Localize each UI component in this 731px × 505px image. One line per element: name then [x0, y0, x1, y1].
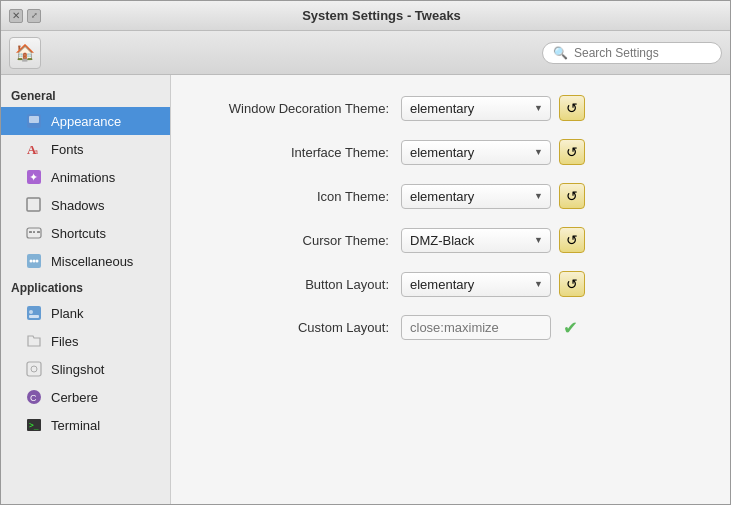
window-decoration-label: Window Decoration Theme: [201, 101, 401, 116]
sidebar-item-files[interactable]: Files [1, 327, 170, 355]
cursor-theme-select[interactable]: DMZ-Black default other [401, 228, 551, 253]
svg-rect-6 [27, 198, 40, 211]
slingshot-label: Slingshot [51, 362, 104, 377]
search-icon: 🔍 [553, 46, 568, 60]
home-icon: 🏠 [15, 43, 35, 62]
window-decoration-controls: elementary default other ↺ [401, 95, 585, 121]
sidebar-item-cerbere[interactable]: C Cerbere [1, 383, 170, 411]
reset-icon-5: ↺ [566, 276, 578, 292]
interface-theme-row: Interface Theme: elementary default othe… [201, 139, 700, 165]
svg-rect-1 [29, 116, 39, 123]
button-layout-controls: elementary default other ↺ [401, 271, 585, 297]
close-button[interactable]: ✕ [9, 9, 23, 23]
cursor-theme-controls: DMZ-Black default other ↺ [401, 227, 585, 253]
sidebar-item-appearance[interactable]: Appearance [1, 107, 170, 135]
cursor-theme-dropdown-wrap: DMZ-Black default other [401, 228, 551, 253]
custom-layout-controls: ✔ [401, 315, 578, 340]
svg-rect-10 [37, 231, 40, 233]
appearance-label: Appearance [51, 114, 121, 129]
window-decoration-row: Window Decoration Theme: elementary defa… [201, 95, 700, 121]
icon-theme-label: Icon Theme: [201, 189, 401, 204]
sidebar-item-terminal[interactable]: >_ Terminal [1, 411, 170, 439]
button-layout-select[interactable]: elementary default other [401, 272, 551, 297]
fonts-icon: Aa [25, 140, 43, 158]
cursor-theme-reset-button[interactable]: ↺ [559, 227, 585, 253]
reset-icon-3: ↺ [566, 188, 578, 204]
interface-theme-select[interactable]: elementary default other [401, 140, 551, 165]
restore-button[interactable]: ⤢ [27, 9, 41, 23]
check-icon: ✔ [563, 317, 578, 339]
reset-icon-2: ↺ [566, 144, 578, 160]
button-layout-row: Button Layout: elementary default other … [201, 271, 700, 297]
svg-rect-9 [33, 231, 35, 233]
icon-theme-dropdown-wrap: elementary default other [401, 184, 551, 209]
svg-rect-18 [27, 362, 41, 376]
titlebar: ✕ ⤢ System Settings - Tweaks [1, 1, 730, 31]
fonts-label: Fonts [51, 142, 84, 157]
sidebar: General Appearance Aa Fonts ✦ Animations [1, 75, 171, 504]
interface-theme-reset-button[interactable]: ↺ [559, 139, 585, 165]
window-decoration-dropdown-wrap: elementary default other [401, 96, 551, 121]
appearance-icon [25, 112, 43, 130]
plank-icon [25, 304, 43, 322]
interface-theme-controls: elementary default other ↺ [401, 139, 585, 165]
titlebar-left: ✕ ⤢ [9, 9, 41, 23]
cursor-theme-row: Cursor Theme: DMZ-Black default other ↺ [201, 227, 700, 253]
svg-point-14 [36, 260, 39, 263]
sidebar-item-plank[interactable]: Plank [1, 299, 170, 327]
icon-theme-controls: elementary default other ↺ [401, 183, 585, 209]
icon-theme-row: Icon Theme: elementary default other ↺ [201, 183, 700, 209]
content-area: General Appearance Aa Fonts ✦ Animations [1, 75, 730, 504]
sidebar-item-shortcuts[interactable]: Shortcuts [1, 219, 170, 247]
svg-text:C: C [30, 393, 37, 403]
reset-icon: ↺ [566, 100, 578, 116]
files-label: Files [51, 334, 78, 349]
shortcuts-icon [25, 224, 43, 242]
custom-layout-label: Custom Layout: [201, 320, 401, 335]
terminal-icon: >_ [25, 416, 43, 434]
svg-text:>_: >_ [29, 421, 39, 430]
animations-icon: ✦ [25, 168, 43, 186]
interface-theme-dropdown-wrap: elementary default other [401, 140, 551, 165]
plank-label: Plank [51, 306, 84, 321]
button-layout-label: Button Layout: [201, 277, 401, 292]
window-decoration-theme-select[interactable]: elementary default other [401, 96, 551, 121]
main-window: ✕ ⤢ System Settings - Tweaks 🏠 🔍 General… [0, 0, 731, 505]
applications-section-label: Applications [1, 275, 170, 299]
toolbar: 🏠 🔍 [1, 31, 730, 75]
miscellaneous-icon [25, 252, 43, 270]
svg-point-13 [33, 260, 36, 263]
svg-rect-16 [29, 315, 39, 318]
svg-point-19 [31, 366, 37, 372]
button-layout-reset-button[interactable]: ↺ [559, 271, 585, 297]
search-input[interactable] [574, 46, 704, 60]
main-panel: Window Decoration Theme: elementary defa… [171, 75, 730, 504]
shadows-icon [25, 196, 43, 214]
sidebar-item-shadows[interactable]: Shadows [1, 191, 170, 219]
reset-icon-4: ↺ [566, 232, 578, 248]
icon-theme-reset-button[interactable]: ↺ [559, 183, 585, 209]
sidebar-item-animations[interactable]: ✦ Animations [1, 163, 170, 191]
svg-text:a: a [34, 146, 38, 156]
custom-layout-row: Custom Layout: ✔ [201, 315, 700, 340]
sidebar-item-slingshot[interactable]: Slingshot [1, 355, 170, 383]
svg-point-17 [29, 310, 33, 314]
sidebar-item-fonts[interactable]: Aa Fonts [1, 135, 170, 163]
general-section-label: General [1, 83, 170, 107]
miscellaneous-label: Miscellaneous [51, 254, 133, 269]
sidebar-item-miscellaneous[interactable]: Miscellaneous [1, 247, 170, 275]
window-decoration-reset-button[interactable]: ↺ [559, 95, 585, 121]
cursor-theme-label: Cursor Theme: [201, 233, 401, 248]
interface-theme-label: Interface Theme: [201, 145, 401, 160]
window-title: System Settings - Tweaks [41, 8, 722, 23]
custom-layout-input[interactable] [401, 315, 551, 340]
search-box: 🔍 [542, 42, 722, 64]
button-layout-dropdown-wrap: elementary default other [401, 272, 551, 297]
icon-theme-select[interactable]: elementary default other [401, 184, 551, 209]
files-icon [25, 332, 43, 350]
shadows-label: Shadows [51, 198, 104, 213]
shortcuts-label: Shortcuts [51, 226, 106, 241]
home-button[interactable]: 🏠 [9, 37, 41, 69]
slingshot-icon [25, 360, 43, 378]
svg-point-12 [30, 260, 33, 263]
